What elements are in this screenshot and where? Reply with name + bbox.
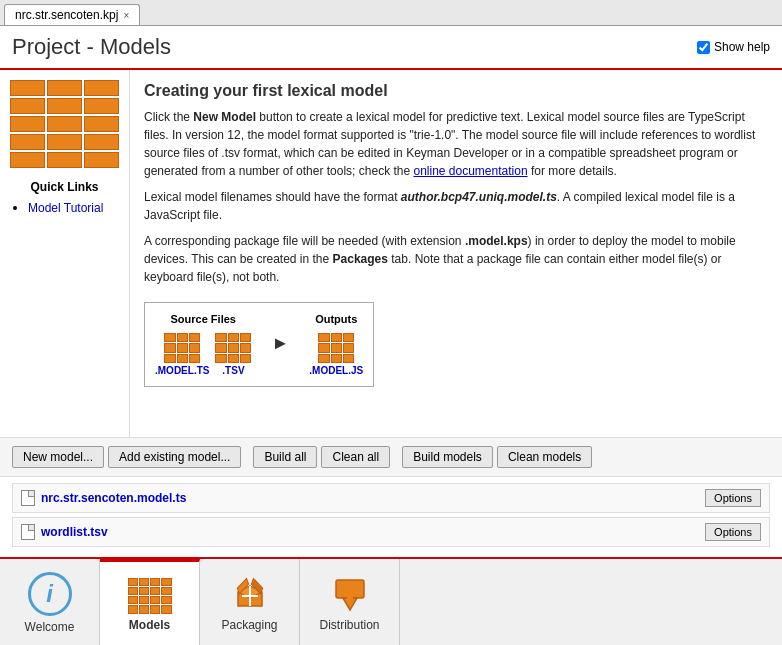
options-button-1[interactable]: Options (705, 523, 761, 541)
file-icon-0 (21, 490, 35, 506)
distribution-icon (328, 574, 372, 614)
options-button-0[interactable]: Options (705, 489, 761, 507)
para3: A corresponding package file will be nee… (144, 232, 768, 286)
file-link-1[interactable]: wordlist.tsv (41, 525, 108, 539)
info-icon: i (28, 572, 72, 616)
bottom-tab-bar: i Welcome Models (0, 557, 782, 645)
tab-packaging-label: Packaging (221, 618, 277, 632)
diagram: Source Files .MODEL.TS (144, 302, 374, 387)
file-link-0[interactable]: nrc.str.sencoten.model.ts (41, 491, 186, 505)
table-row: nrc.str.sencoten.model.ts Options (12, 483, 770, 513)
model-ts-icon: .MODEL.TS (155, 333, 209, 376)
file-list: nrc.str.sencoten.model.ts Options wordli… (0, 477, 782, 557)
table-icon (128, 578, 172, 614)
file-icon-1 (21, 524, 35, 540)
build-models-button[interactable]: Build models (402, 446, 493, 468)
package-icon (228, 574, 272, 614)
show-help-checkbox[interactable] (697, 41, 710, 54)
page-title: Project - Models (12, 34, 171, 60)
table-row: wordlist.tsv Options (12, 517, 770, 547)
add-existing-model-button[interactable]: Add existing model... (108, 446, 241, 468)
para2: Lexical model filenames should have the … (144, 188, 768, 224)
quick-links-title: Quick Links (10, 180, 119, 194)
model-js-label: .MODEL.JS (309, 365, 363, 376)
online-doc-link[interactable]: online documentation (413, 164, 527, 178)
new-model-button[interactable]: New model... (12, 446, 104, 468)
top-tab-label: nrc.str.sencoten.kpj (15, 8, 118, 22)
show-help-container: Show help (697, 40, 770, 54)
arrow-icon: ► (271, 333, 289, 354)
toolbar: New model... Add existing model... Build… (0, 437, 782, 477)
close-icon[interactable]: × (123, 10, 129, 21)
outputs-section: Outputs .MODEL.JS (309, 313, 363, 376)
build-all-button[interactable]: Build all (253, 446, 317, 468)
tab-packaging[interactable]: Packaging (200, 559, 300, 645)
model-tutorial-link[interactable]: Model Tutorial (28, 201, 103, 215)
left-panel: Quick Links Model Tutorial (0, 70, 130, 437)
right-panel: Creating your first lexical model Click … (130, 70, 782, 437)
section-title: Creating your first lexical model (144, 82, 768, 100)
tab-models-label: Models (129, 618, 170, 632)
source-files-section: Source Files .MODEL.TS (155, 313, 251, 376)
output-title: Outputs (315, 313, 357, 325)
tsv-label: .TSV (222, 365, 244, 376)
source-title: Source Files (171, 313, 236, 325)
model-js-icon: .MODEL.JS (309, 333, 363, 376)
para1: Click the New Model button to create a l… (144, 108, 768, 180)
tab-welcome-label: Welcome (25, 620, 75, 634)
top-tab-project[interactable]: nrc.str.sencoten.kpj × (4, 4, 140, 25)
tab-models[interactable]: Models (100, 559, 200, 645)
tab-distribution-label: Distribution (319, 618, 379, 632)
model-ts-label: .MODEL.TS (155, 365, 209, 376)
clean-models-button[interactable]: Clean models (497, 446, 592, 468)
tsv-icon: .TSV (215, 333, 251, 376)
show-help-label[interactable]: Show help (714, 40, 770, 54)
tab-distribution[interactable]: Distribution (300, 559, 400, 645)
model-icon (10, 80, 119, 168)
header-bar: Project - Models Show help (0, 26, 782, 70)
svg-rect-9 (347, 590, 353, 602)
tab-welcome[interactable]: i Welcome (0, 559, 100, 645)
clean-all-button[interactable]: Clean all (321, 446, 390, 468)
